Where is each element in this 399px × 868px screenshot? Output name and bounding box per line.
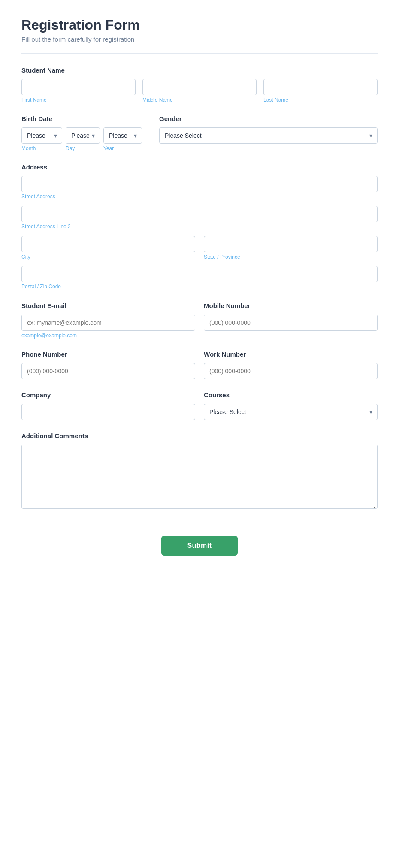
year-label: Year: [103, 145, 142, 151]
phone-input[interactable]: [21, 363, 195, 379]
student-name-section: Student Name First Name Middle Name Last…: [21, 67, 378, 103]
work-section-label: Work Number: [204, 351, 378, 358]
middle-name-field: Middle Name: [142, 79, 257, 103]
middle-name-input[interactable]: [142, 79, 257, 95]
day-label: Day: [66, 145, 100, 151]
city-input[interactable]: [21, 236, 195, 252]
city-state-row: City State / Province: [21, 236, 378, 260]
birth-gender-section: Birth Date Please January February March…: [21, 115, 378, 151]
comments-textarea[interactable]: [21, 445, 378, 509]
page-subtitle: Fill out the form carefully for registra…: [21, 36, 378, 43]
postal-label: Postal / Zip Code: [21, 284, 61, 290]
year-select-wrapper: Please: [103, 127, 142, 144]
month-field: Please January February March April May …: [21, 127, 62, 151]
company-input[interactable]: [21, 404, 195, 420]
address-label: Address: [21, 163, 378, 171]
street2-field: Street Address Line 2: [21, 206, 378, 230]
page-title: Registration Form: [21, 17, 378, 33]
gender-select-wrapper: Please Select Male Female Other Prefer n…: [159, 127, 378, 144]
month-select[interactable]: Please January February March April May …: [21, 127, 62, 144]
birth-fields-group: Please January February March April May …: [21, 127, 142, 151]
birth-date-label: Birth Date: [21, 115, 142, 122]
company-field-group: Company: [21, 391, 195, 420]
courses-select-wrapper: Please Select: [204, 404, 378, 420]
email-hint: example@example.com: [21, 333, 195, 339]
submit-area: Submit: [21, 523, 378, 573]
address-section: Address Street Address Street Address Li…: [21, 163, 378, 290]
day-select-wrapper: Please: [66, 127, 100, 144]
divider: [21, 53, 378, 54]
gender-label: Gender: [159, 115, 378, 122]
email-section-label: Student E-mail: [21, 302, 195, 309]
state-label: State / Province: [204, 254, 378, 260]
last-name-input[interactable]: [263, 79, 378, 95]
email-field-group: Student E-mail example@example.com: [21, 302, 195, 339]
last-name-field: Last Name: [263, 79, 378, 103]
gender-select[interactable]: Please Select Male Female Other Prefer n…: [159, 127, 378, 144]
courses-select[interactable]: Please Select: [204, 404, 378, 420]
day-field: Please Day: [66, 127, 100, 151]
last-name-label: Last Name: [263, 97, 378, 103]
postal-field: Postal / Zip Code: [21, 266, 378, 290]
street2-input[interactable]: [21, 206, 378, 222]
middle-name-label: Middle Name: [142, 97, 257, 103]
city-label: City: [21, 254, 195, 260]
street2-label: Street Address Line 2: [21, 224, 71, 230]
submit-button[interactable]: Submit: [161, 536, 237, 556]
first-name-input[interactable]: [21, 79, 136, 95]
state-input[interactable]: [204, 236, 378, 252]
courses-field-group: Courses Please Select: [204, 391, 378, 420]
month-select-wrapper: Please January February March April May …: [21, 127, 62, 144]
street1-label: Street Address: [21, 194, 55, 200]
company-section-label: Company: [21, 391, 195, 399]
courses-section-label: Courses: [204, 391, 378, 399]
work-field-group: Work Number: [204, 351, 378, 379]
student-name-label: Student Name: [21, 67, 378, 74]
day-select[interactable]: Please: [66, 127, 100, 144]
name-fields-group: First Name Middle Name Last Name: [21, 79, 378, 103]
comments-section: Additional Comments: [21, 432, 378, 511]
street1-input[interactable]: [21, 176, 378, 192]
city-field: City: [21, 236, 195, 260]
phone-work-section: Phone Number Work Number: [21, 351, 378, 379]
month-label: Month: [21, 145, 62, 151]
first-name-label: First Name: [21, 97, 136, 103]
mobile-section-label: Mobile Number: [204, 302, 378, 309]
email-input[interactable]: [21, 315, 195, 331]
postal-input[interactable]: [21, 266, 378, 282]
email-mobile-section: Student E-mail example@example.com Mobil…: [21, 302, 378, 339]
gender-section: Gender Please Select Male Female Other P…: [159, 115, 378, 144]
company-courses-section: Company Courses Please Select: [21, 391, 378, 420]
first-name-field: First Name: [21, 79, 136, 103]
year-select[interactable]: Please: [103, 127, 142, 144]
mobile-input[interactable]: [204, 315, 378, 331]
comments-section-label: Additional Comments: [21, 432, 378, 439]
phone-field-group: Phone Number: [21, 351, 195, 379]
birth-date-section: Birth Date Please January February March…: [21, 115, 142, 151]
street1-field: Street Address: [21, 176, 378, 200]
phone-section-label: Phone Number: [21, 351, 195, 358]
mobile-field-group: Mobile Number: [204, 302, 378, 339]
state-field: State / Province: [204, 236, 378, 260]
work-input[interactable]: [204, 363, 378, 379]
year-field: Please Year: [103, 127, 142, 151]
page-wrapper: Registration Form Fill out the form care…: [0, 0, 399, 599]
